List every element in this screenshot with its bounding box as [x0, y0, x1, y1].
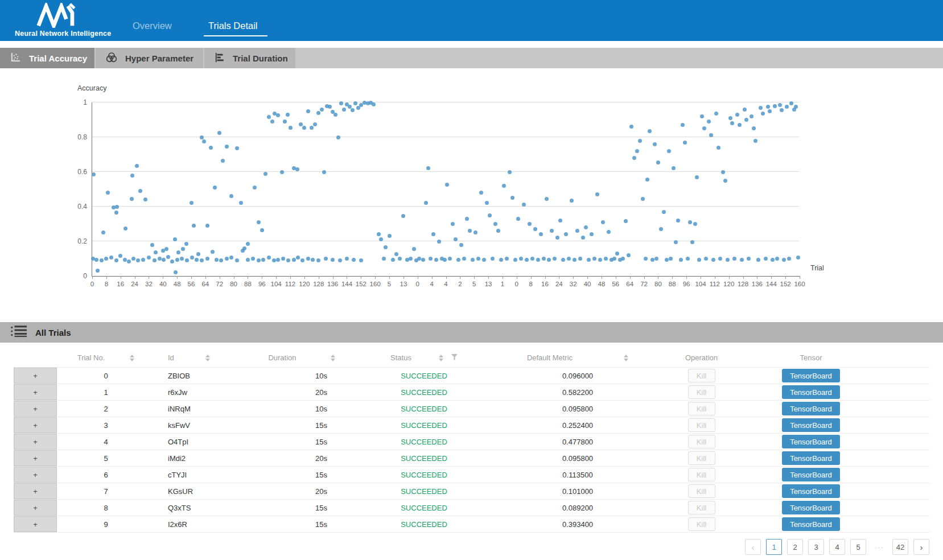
expand-row-button[interactable]: +: [14, 467, 56, 482]
status-cell: SUCCEEDED: [353, 368, 495, 384]
kill-button[interactable]: Kill: [688, 501, 715, 514]
header-id[interactable]: Id: [155, 353, 250, 362]
scatter-point: [184, 242, 188, 246]
scatter-point: [434, 258, 438, 262]
x-tick-label: 136: [752, 281, 763, 287]
tab-overview[interactable]: Overview: [133, 20, 172, 31]
expand-row-button[interactable]: +: [14, 517, 56, 532]
scatter-point: [92, 172, 96, 176]
expand-row-button[interactable]: +: [14, 368, 56, 383]
tensorboard-button[interactable]: TensorBoard: [782, 385, 840, 399]
sort-icon[interactable]: [130, 355, 134, 361]
scatter-point: [382, 257, 386, 261]
pagination-prev-button[interactable]: ‹: [745, 539, 761, 555]
tensorboard-button[interactable]: TensorBoard: [782, 484, 840, 498]
kill-button[interactable]: Kill: [688, 468, 715, 481]
kill-button[interactable]: Kill: [688, 418, 715, 432]
sort-icon[interactable]: [331, 355, 335, 361]
kill-button[interactable]: Kill: [688, 435, 715, 448]
subtab-hyper-parameter[interactable]: Hyper Parameter: [96, 48, 203, 68]
tensorboard-button[interactable]: TensorBoard: [782, 418, 840, 432]
scatter-point: [281, 257, 285, 261]
pagination-page-button[interactable]: 1: [766, 539, 782, 555]
scatter-point: [154, 250, 158, 254]
scatter-point: [200, 258, 204, 262]
expand-row-button[interactable]: +: [14, 451, 56, 466]
x-tick-mark: [149, 276, 149, 279]
tensorboard-button[interactable]: TensorBoard: [782, 369, 840, 382]
pagination-page-button[interactable]: 3: [808, 539, 824, 555]
tensorboard-button[interactable]: TensorBoard: [782, 517, 840, 531]
pagination-page-button[interactable]: 2: [787, 539, 803, 555]
pagination-next-button[interactable]: ›: [913, 539, 929, 555]
scatter-point: [648, 129, 652, 133]
filter-icon[interactable]: [451, 353, 458, 362]
scatter-point: [721, 170, 725, 174]
scatter-point: [787, 257, 791, 261]
tensorboard-button[interactable]: TensorBoard: [782, 451, 840, 465]
x-tick-label: 96: [683, 281, 690, 287]
kill-button[interactable]: Kill: [688, 517, 715, 531]
scatter-point: [205, 224, 209, 228]
scatter-point: [302, 126, 306, 130]
kill-button[interactable]: Kill: [688, 484, 715, 498]
expand-row-button[interactable]: +: [14, 434, 56, 449]
scatter-point: [773, 104, 777, 108]
scatter-point: [221, 159, 225, 163]
pagination-page-button[interactable]: 4: [829, 539, 845, 555]
tab-trials-detail[interactable]: Trials Detail: [208, 20, 258, 31]
header-duration[interactable]: Duration: [250, 353, 353, 362]
scatter-point: [796, 256, 800, 260]
expand-row-button[interactable]: +: [14, 385, 56, 400]
sort-icon[interactable]: [624, 355, 628, 361]
kill-button[interactable]: Kill: [688, 451, 715, 465]
expand-row-button[interactable]: +: [14, 484, 56, 499]
kill-button[interactable]: Kill: [688, 402, 715, 415]
sort-icon[interactable]: [205, 355, 210, 361]
x-tick-mark: [630, 276, 631, 279]
tensorboard-button[interactable]: TensorBoard: [782, 468, 840, 481]
tensorboard-button[interactable]: TensorBoard: [782, 435, 840, 448]
scatter-point: [581, 236, 585, 240]
scatter-point: [738, 123, 742, 127]
scatter-point: [213, 186, 217, 190]
scatter-point: [607, 230, 611, 234]
scatter-point: [324, 257, 328, 261]
tensorboard-button[interactable]: TensorBoard: [782, 501, 840, 514]
sort-icon[interactable]: [439, 355, 443, 361]
scatter-point: [624, 219, 628, 223]
scatter-point: [123, 227, 127, 230]
spacer-cell: [879, 434, 929, 450]
header-default-metric[interactable]: Default Metric: [495, 353, 660, 362]
scatter-point: [629, 125, 633, 129]
scatter-point: [732, 257, 736, 261]
scatter-point: [114, 211, 118, 215]
scatter-point: [147, 256, 151, 260]
header-trial-no-label: Trial No.: [77, 353, 105, 362]
scatter-point: [299, 122, 303, 126]
tensor-cell: TensorBoard: [743, 467, 879, 483]
expand-cell: +: [14, 384, 57, 400]
tensor-cell: TensorBoard: [743, 450, 879, 466]
kill-button[interactable]: Kill: [688, 385, 715, 399]
duration-cell: 15s: [250, 467, 353, 483]
pagination-page-button[interactable]: 42: [892, 539, 908, 555]
tensorboard-button[interactable]: TensorBoard: [782, 402, 840, 415]
scatter-point: [219, 258, 223, 262]
expand-row-button[interactable]: +: [14, 401, 56, 416]
x-tick-mark: [771, 276, 772, 279]
scatter-point: [564, 232, 568, 236]
expand-row-button[interactable]: +: [14, 418, 56, 433]
expand-row-button[interactable]: +: [14, 500, 56, 515]
kill-button[interactable]: Kill: [688, 369, 715, 382]
subtab-trial-duration[interactable]: Trial Duration: [204, 48, 295, 68]
scatter-point: [615, 252, 619, 256]
x-tick-label: 80: [230, 281, 237, 287]
scatter-point: [372, 102, 376, 106]
header-trial-no[interactable]: Trial No.: [57, 353, 155, 362]
pagination-page-button[interactable]: 5: [850, 539, 866, 555]
duration-cell: 15s: [250, 516, 353, 532]
view-switch-bar: Trial Accuracy Hyper Parameter: [0, 48, 943, 68]
subtab-trial-accuracy[interactable]: Trial Accuracy: [0, 48, 94, 68]
header-status[interactable]: Status: [353, 353, 495, 362]
